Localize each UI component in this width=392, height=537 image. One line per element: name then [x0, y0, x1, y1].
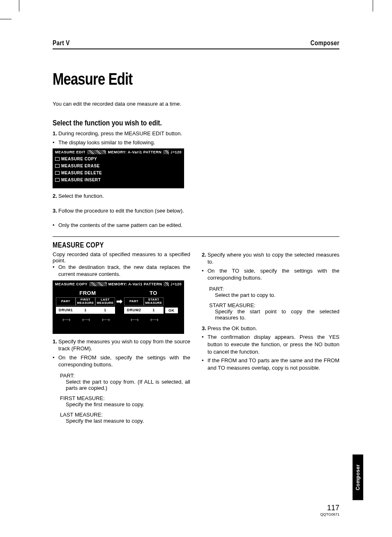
bullet-to-side: On the TO side, specify the settings wit…	[202, 267, 339, 282]
divider	[53, 236, 339, 237]
step-2: 2.Select the function.	[53, 192, 191, 200]
from-label: FROM	[79, 290, 96, 296]
value-to-part: DRUM2	[124, 307, 144, 314]
value-from-last: 1	[95, 307, 115, 314]
from-definitions: PART: Select the part to copy from. (If …	[60, 373, 190, 424]
side-tab-composer: Composer	[353, 454, 363, 500]
page-header: Part V Composer	[53, 39, 339, 49]
def-part2-label: PART:	[209, 286, 339, 292]
screenshot-measure-copy: MEASURE COPY MEMORY: A-Vari1 PATTERN ♩=1…	[53, 280, 184, 334]
def-first-label: FIRST MEASURE:	[60, 395, 190, 401]
screen2-title: MEASURE COPY	[55, 282, 88, 286]
intro-text: You can edit the recorded data one measu…	[53, 101, 339, 107]
screen-memory: MEMORY: A-Vari1 PATTERN	[108, 150, 161, 154]
screen-tempo: ♩=120	[171, 150, 182, 154]
page-title: Measure Edit	[53, 70, 288, 88]
copy-step-3: 3.Press the OK button.	[202, 325, 339, 332]
menu-icon	[55, 171, 60, 175]
section-a-body: 1.During recording, press the MEASURE ED…	[53, 130, 191, 229]
def-part-desc: Select the part to copy from. (If ALL is…	[66, 379, 190, 391]
screen-title: MEASURE EDIT	[55, 150, 85, 154]
value-from-part: DRUM1	[56, 307, 76, 314]
slider-icon: ‹──›	[95, 316, 115, 323]
header-first: FIRST MEASURE	[76, 297, 95, 306]
menu-item: MEASURE ERASE	[53, 162, 184, 169]
step-1: 1.During recording, press the MEASURE ED…	[53, 130, 191, 137]
ok-button: OK	[165, 308, 178, 313]
bullet-from-side: On the FROM side, specify the settings w…	[53, 354, 190, 368]
menu-item: MEASURE DELETE	[53, 169, 184, 176]
screen2-tempo: ♩=120	[171, 282, 182, 286]
def-start-label: START MEASURE:	[209, 302, 339, 308]
doc-code: QQTG0671	[320, 512, 339, 516]
to-label: TO	[150, 290, 157, 296]
bullet-same-pattern: Only the contents of the same pattern ca…	[53, 222, 191, 229]
menu-icon	[55, 157, 60, 161]
slider-icon: ‹──›	[56, 316, 76, 323]
to-definitions: PART: Select the part to copy to. START …	[209, 286, 339, 321]
menu-item: MEASURE INSERT	[53, 176, 184, 183]
value-from-first: 1	[76, 307, 95, 314]
bullet-destination: On the destination track, the new data r…	[53, 264, 190, 278]
header-start: START MEASURE	[144, 297, 164, 306]
measure-copy-intro: Copy recorded data of specified measures…	[53, 251, 190, 264]
def-start-desc: Specify the start point to copy the sele…	[215, 308, 339, 321]
step-3: 3.Follow the procedure to edit the funct…	[53, 207, 191, 215]
header-part: Part V	[53, 39, 70, 47]
value-to-start: 1	[144, 307, 164, 314]
menu-icon	[55, 164, 60, 168]
page-number: 117	[320, 504, 339, 512]
def-part-label: PART:	[60, 373, 190, 379]
header-part-to: PART	[124, 297, 144, 306]
header-part: PART	[56, 297, 76, 306]
section-select-function-heading: Select the function you wish to edit.	[53, 118, 288, 127]
header-section: Composer	[310, 39, 339, 47]
def-last-label: LAST MEASURE:	[60, 412, 190, 418]
column-left: Copy recorded data of specified measures…	[53, 251, 190, 428]
bullet-display-looks: The display looks similar to the followi…	[53, 139, 191, 146]
copy-step-1: 1.Specify the measures you wish to copy …	[53, 338, 190, 352]
slider-icon: ‹──›	[76, 316, 95, 323]
menu-item: MEASURE COPY	[53, 155, 184, 162]
bullet-overlap: If the FROM and TO parts are the same an…	[202, 357, 339, 371]
screenshot-measure-edit-menu: MEASURE EDIT MEMORY: A-Vari1 PATTERN ♩=1…	[53, 148, 184, 188]
def-first-desc: Specify the first measure to copy.	[66, 401, 190, 407]
def-part2-desc: Select the part to copy to.	[215, 292, 339, 298]
arrow-icon: ➡	[115, 297, 124, 306]
screen2-memory: MEMORY: A-Vari1 PATTERN	[108, 282, 162, 286]
bullet-confirmation: The confirmation display appears. Press …	[202, 333, 339, 355]
column-right: 2.Specify where you wish to copy the sel…	[202, 251, 339, 428]
page-footer: 117 QQTG0671	[320, 504, 339, 516]
page-content: Part V Composer Measure Edit You can edi…	[53, 39, 339, 516]
two-column-layout: Copy recorded data of specified measures…	[53, 251, 339, 428]
def-last-desc: Specify the last measure to copy.	[66, 418, 190, 424]
section-measure-copy-heading: MEASURE COPY	[53, 241, 288, 250]
slider-icon: ‹──›	[124, 316, 144, 323]
header-last: LAST MEASURE	[95, 297, 115, 306]
copy-step-2: 2.Specify where you wish to copy the sel…	[202, 251, 339, 266]
slider-icon: ‹──›	[144, 316, 164, 323]
menu-icon	[55, 178, 60, 182]
